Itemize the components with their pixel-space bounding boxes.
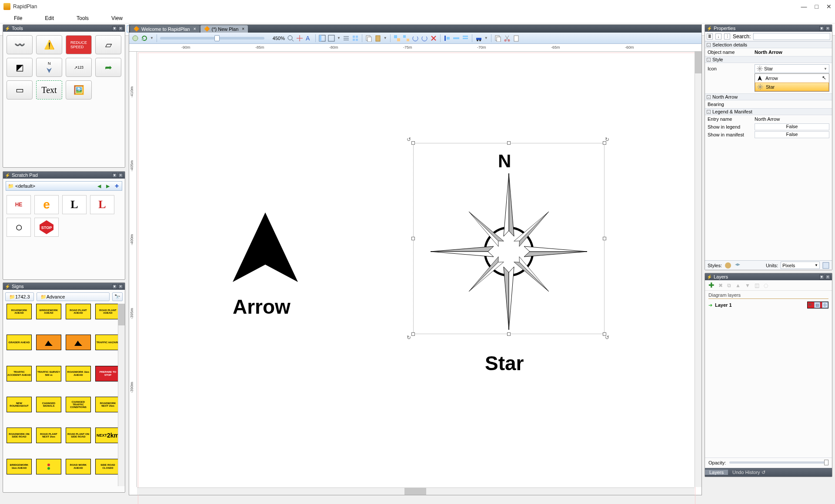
sign-item[interactable]: TRAFFIC ACCIDENT AHEAD — [7, 366, 32, 381]
grid-icon[interactable] — [352, 35, 359, 42]
panel-close-icon[interactable]: × — [118, 284, 123, 289]
icon-combo[interactable]: Star▼ Arrow Star↖ — [755, 64, 829, 73]
horizontal-scrollbar[interactable] — [137, 487, 695, 495]
sign-item[interactable]: NEXT2km — [95, 428, 120, 443]
north-arrow-arrow[interactable] — [224, 208, 307, 291]
clipboard-icon[interactable] — [513, 35, 520, 42]
tool-measure[interactable]: ↗123 — [66, 58, 92, 77]
maximize-button[interactable]: □ — [815, 3, 818, 10]
layout2-icon[interactable] — [328, 35, 335, 42]
sign-item[interactable] — [36, 459, 61, 474]
panel-pin-icon[interactable]: ▾ — [112, 173, 117, 178]
duplicate-layer-icon[interactable]: ⧉ — [727, 282, 731, 288]
home-icon[interactable] — [132, 35, 139, 42]
tool-north[interactable]: N — [36, 58, 62, 77]
panel-pin-icon[interactable]: ▾ — [112, 26, 117, 31]
sort-mode-1[interactable]: ≣ — [707, 33, 713, 40]
canvas[interactable]: Arrow ↺↻ ↻↺ N Star — [137, 52, 695, 487]
units-combo[interactable]: Pixels▼ — [781, 262, 820, 269]
add-layer-icon[interactable]: ✚ — [708, 281, 714, 289]
section-style[interactable]: Style — [712, 57, 723, 62]
scratch-item[interactable]: STOP — [34, 218, 59, 237]
tab-newplan[interactable]: 🔶 (*) New Plan× — [200, 25, 248, 33]
sign-item[interactable]: ROAD PLANT NEXT 2km — [36, 428, 61, 443]
copy-icon[interactable] — [365, 35, 372, 42]
minimize-button[interactable]: ― — [801, 3, 807, 10]
binoculars-icon[interactable]: 🔭 — [112, 292, 123, 301]
sign-item[interactable]: PREPARE TO STOP — [95, 366, 120, 381]
badge-a[interactable]: ▤ — [814, 302, 820, 308]
signs-category[interactable]: 📁 Advance — [37, 292, 110, 301]
tool-text[interactable]: Text — [36, 80, 62, 99]
section-selection-details[interactable]: Selection details — [712, 42, 747, 47]
panel-close-icon[interactable]: × — [118, 173, 123, 178]
panel-pin-icon[interactable]: ▾ — [112, 284, 117, 289]
tool-signs[interactable]: ⚠️ — [36, 35, 62, 54]
section-northarrow[interactable]: North Arrow — [712, 94, 738, 99]
tab-close-icon[interactable]: × — [242, 27, 244, 31]
zoom-slider[interactable] — [160, 37, 264, 40]
opacity-slider[interactable] — [729, 461, 828, 464]
sign-item[interactable] — [66, 335, 91, 350]
panel-close-icon[interactable]: × — [825, 26, 830, 31]
sign-item[interactable]: SIDE ROAD CLOSED — [95, 459, 120, 474]
copy2-icon[interactable] — [494, 35, 501, 42]
rotate-left-icon[interactable] — [412, 35, 419, 42]
sign-item[interactable]: NEW ROUNDABOUT — [7, 397, 32, 412]
align3-icon[interactable] — [462, 35, 469, 42]
cursor-icon[interactable]: A — [305, 35, 312, 42]
entryname-value[interactable]: North Arrow — [755, 116, 829, 122]
list-icon[interactable] — [343, 35, 350, 42]
signs-scrollbar[interactable] — [118, 304, 125, 486]
section-legend[interactable]: Legend & Manifest — [712, 109, 752, 114]
tab-close-icon[interactable]: × — [194, 27, 196, 31]
sign-item[interactable]: BRIDGEWORK AHEAD — [36, 304, 61, 319]
eye-icon[interactable]: 👁 — [808, 302, 812, 308]
next-icon[interactable]: ▶ — [104, 182, 111, 189]
signs-code[interactable]: 📁 1742.3 — [5, 292, 34, 301]
tool-road[interactable]: 〰️ — [7, 35, 33, 54]
align2-icon[interactable] — [453, 35, 460, 42]
menu-file[interactable]: File — [3, 14, 33, 22]
menu-edit[interactable]: Edit — [33, 14, 65, 22]
up-layer-icon[interactable]: ▲ — [735, 282, 741, 288]
palette-icon[interactable] — [725, 262, 731, 269]
scratch-combo[interactable]: 📁 <default> ◀▶✚ — [6, 181, 122, 191]
tool-shape[interactable]: ▭ — [7, 80, 33, 99]
sign-item[interactable]: TRAFFIC SURVEY 500 m — [36, 366, 61, 381]
sign-item[interactable]: CHANGED TRAFFIC CONDITIONS — [66, 397, 91, 412]
scratch-item[interactable]: L — [90, 195, 114, 214]
tab-welcome[interactable]: 🔶 Welcome to RapidPlan× — [130, 25, 200, 33]
north-arrow-star[interactable] — [415, 169, 602, 334]
delete-layer-icon[interactable]: ✖ — [718, 282, 723, 288]
sign-item[interactable]: ROAD PLANT ON SIDE ROAD — [66, 428, 91, 443]
sign-item[interactable]: ROAD PLANT AHEAD — [66, 304, 91, 319]
showmanifest-value[interactable]: False — [755, 131, 829, 138]
tab-undo[interactable]: Undo History ↺ — [728, 470, 770, 475]
cut-icon[interactable] — [504, 35, 511, 42]
sign-item[interactable] — [36, 335, 61, 350]
layers-icon[interactable] — [734, 262, 741, 269]
sort-mode-3[interactable]: ⋮ — [724, 33, 730, 40]
sign-item[interactable]: BRIDGEWORK 1km AHEAD — [7, 459, 32, 474]
panel-pin-icon[interactable]: ▾ — [819, 26, 824, 31]
tool-arrow[interactable]: ➦ — [95, 58, 121, 77]
sign-item[interactable]: ROAD WORK AHEAD — [66, 459, 91, 474]
sign-item[interactable]: TRAFFIC HAZARD — [95, 335, 120, 350]
tool-image[interactable]: 🖼️ — [66, 80, 92, 99]
rotate-right-icon[interactable] — [421, 35, 428, 42]
scratch-item[interactable]: ◯ — [7, 218, 31, 237]
close-button[interactable]: ✕ — [826, 3, 832, 10]
tool-zone[interactable]: ◩ — [7, 58, 33, 77]
menu-view[interactable]: View — [100, 14, 134, 22]
vehicle-icon[interactable] — [475, 35, 482, 42]
scratch-item[interactable]: e — [34, 195, 59, 214]
refresh-icon[interactable] — [141, 35, 148, 42]
zoom-icon[interactable] — [287, 35, 294, 42]
prev-icon[interactable]: ◀ — [96, 182, 103, 189]
crosshair-icon[interactable] — [296, 35, 303, 42]
panel-close-icon[interactable]: × — [825, 275, 830, 279]
tab-layers[interactable]: Layers — [705, 470, 728, 475]
badge-b[interactable]: D — [822, 302, 828, 308]
align1-icon[interactable] — [444, 35, 451, 42]
